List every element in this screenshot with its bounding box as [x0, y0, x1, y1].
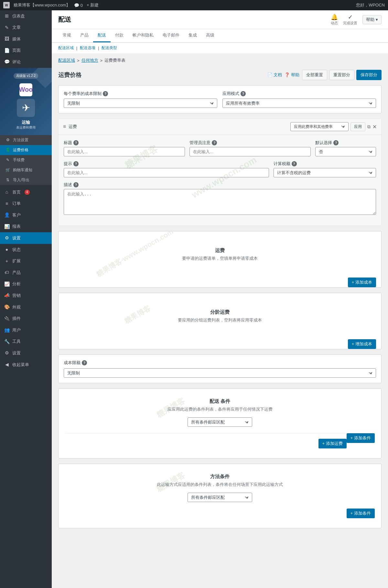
cost-limit-section-select[interactable]: 无限制 设置限额	[64, 368, 376, 378]
method-match-select[interactable]: 所有条件邮应区配 任意条件应用	[188, 493, 252, 502]
default-select-help[interactable]: ?	[333, 140, 339, 145]
desc-label: 描述 ?	[64, 182, 376, 188]
calc-tax-help[interactable]: ?	[292, 161, 297, 166]
sidebar-item-appearance[interactable]: 🎨 外观	[0, 301, 52, 313]
reset-all-button[interactable]: 全部重置	[302, 70, 327, 80]
doc-link[interactable]: 📄 文档	[267, 72, 282, 78]
sidebar-item-customers[interactable]: 👤 客户	[0, 209, 52, 221]
conditions-match-wrap: 所有条件邮应区配 任意条件应用	[188, 417, 252, 427]
sub-breadcrumb-anyplace[interactable]: 任何地方	[81, 58, 98, 63]
sidebar-item-plugins[interactable]: 🔌 插件	[0, 313, 52, 325]
tips-input[interactable]	[64, 168, 269, 177]
tab-integration[interactable]: 集成	[184, 29, 201, 42]
breadcrumb-sep2: |	[98, 46, 99, 50]
comments-link[interactable]: 💬 0	[74, 3, 83, 8]
woo-sub-item-cart-notify[interactable]: 🛒 购物车通知	[0, 165, 52, 175]
sidebar-item-pages[interactable]: 📄 页面	[0, 45, 52, 57]
sidebar-item-woo-settings[interactable]: ⚙ 设置	[0, 232, 52, 244]
sub-breadcrumb-zone[interactable]: 配送区域	[58, 58, 75, 63]
sidebar-item-orders[interactable]: ≡ 订单	[0, 198, 52, 210]
breadcrumb-shipping-options[interactable]: 配送选项	[80, 45, 95, 51]
tab-advanced[interactable]: 高级	[201, 29, 219, 42]
cost-limit-section: 成本限额 ? 无限制 设置限额	[58, 354, 382, 383]
tab-payment[interactable]: 付款	[111, 29, 128, 42]
breadcrumb-shipping-types[interactable]: 配送类型	[102, 45, 117, 51]
comment-icon: 💬	[74, 3, 79, 8]
apply-rate-select[interactable]: 应用此费率和其他费率 仅应用此费率 跳过其他费率	[290, 122, 349, 131]
add-cost-button[interactable]: + 添加成本	[348, 278, 376, 287]
apply-mode-select[interactable]: 应用所有有效费率 应用最低成本费率 应用最高成本费率	[222, 99, 376, 108]
plugin-sub: 表运费和费用	[4, 125, 48, 130]
plugins-icon: 🔌	[4, 316, 10, 322]
wp-logo-link[interactable]: W	[3, 2, 10, 8]
woo-sub-item-freight-price[interactable]: 💲 运费价格	[0, 145, 52, 155]
default-select[interactable]: 否 是	[315, 147, 376, 156]
cost-limit-section-help[interactable]: ?	[82, 360, 87, 365]
sidebar-item-extensions[interactable]: + 扩展	[0, 256, 52, 267]
freight-price-title: 运费价格	[58, 71, 81, 79]
add-condition-button[interactable]: + 添加条件	[347, 433, 375, 443]
admin-note-help[interactable]: ?	[212, 140, 217, 145]
tab-email[interactable]: 电子邮件	[158, 29, 184, 42]
sidebar-item-posts[interactable]: ✎ 文章	[0, 22, 52, 34]
drag-handle-icon[interactable]: ≡	[63, 124, 66, 130]
calc-tax-label: 计算税额 ?	[274, 161, 376, 167]
copy-icon[interactable]: ⧉	[367, 124, 371, 130]
help-link[interactable]: ❓ 帮助	[285, 72, 299, 78]
breadcrumb-shipping-zone[interactable]: 配送区域	[58, 45, 74, 51]
tips-group: 提示 ?	[64, 161, 269, 177]
admin-note-input[interactable]	[189, 147, 311, 156]
main-content: 配送 🔔 动态 ✓ 完成设置 帮助 ▾ 常规 产品 配送 付款 帐户和隐私 电子…	[52, 10, 388, 588]
sidebar-item-collapse[interactable]: ◀ 收起菜单	[0, 359, 52, 371]
sidebar-item-tools[interactable]: 🔧 工具	[0, 336, 52, 348]
add-tiered-cost-button[interactable]: + 增加成本	[348, 339, 376, 349]
sidebar-item-marketing[interactable]: 📣 营销	[0, 290, 52, 301]
sidebar-item-analytics[interactable]: 📈 分析	[0, 278, 52, 290]
sidebar-item-users[interactable]: 👥 用户	[0, 324, 52, 336]
add-method-condition-button[interactable]: + 添加条件	[347, 509, 375, 518]
apply-button[interactable]: 应用	[350, 122, 365, 131]
freight-empty-sub: 要申请的运费请单，空填单将申请零成本	[65, 256, 375, 261]
title-input[interactable]	[64, 147, 185, 156]
woo-sub-item-manual-fee[interactable]: ✎ 手续费	[0, 155, 52, 165]
save-part-button[interactable]: 保存部分	[356, 70, 382, 80]
cost-limit-select[interactable]: 无限制 最低成本 最高成本	[64, 99, 217, 108]
sidebar-item-settings[interactable]: ⚙ 设置	[0, 347, 52, 359]
conditions-match-select[interactable]: 所有条件邮应区配 任意条件应用	[188, 417, 252, 427]
dynamics-link[interactable]: 🔔 动态	[331, 14, 338, 26]
title-help[interactable]: ?	[73, 140, 79, 145]
close-icon[interactable]: ✕	[372, 124, 377, 130]
tiered-empty-sub: 要应用的分组运费列表，空列表将应用零成本	[65, 317, 375, 323]
help-button[interactable]: 帮助 ▾	[362, 15, 382, 24]
add-freight-button[interactable]: + 添加运费	[318, 439, 347, 448]
tab-general[interactable]: 常规	[58, 29, 76, 42]
freight-section: 糖果博客·www.wpocn.com 运费 要申请的运费请单，空填单将申请零成本…	[58, 231, 382, 288]
sidebar-item-comments[interactable]: 💬 评论	[0, 56, 52, 68]
reset-part-button[interactable]: 重置部分	[329, 70, 354, 80]
sidebar-item-woo-home[interactable]: ⌂ 首页 4	[0, 186, 52, 198]
apply-mode-help[interactable]: ?	[241, 91, 246, 96]
sidebar-item-reports[interactable]: 📊 报表	[0, 221, 52, 233]
home-badge: 4	[25, 190, 30, 195]
tiered-empty-title: 分阶运费	[65, 309, 375, 315]
woo-sub-item-import-export[interactable]: ⇅ 导入/导出	[0, 175, 52, 185]
calc-tax-select[interactable]: 计算不含税的运费 计算含税的运费 不计算税额	[274, 168, 376, 177]
sidebar-item-dashboard[interactable]: ⊞ 仪表盘	[0, 10, 52, 22]
woo-sub-item-method-settings[interactable]: ⚙ 方法设置	[0, 135, 52, 145]
site-name[interactable]: 糖果博客【www.wpocn.com】	[14, 2, 70, 8]
cost-limit-help[interactable]: ?	[103, 91, 108, 96]
tab-account[interactable]: 帐户和隐私	[128, 29, 158, 42]
settings-wp-icon: ⚙	[4, 350, 10, 356]
sidebar-item-products[interactable]: 🏷 产品	[0, 267, 52, 278]
desc-textarea[interactable]	[64, 189, 376, 215]
new-item-link[interactable]: + 新建	[87, 2, 99, 8]
sidebar-item-status[interactable]: ● 状态	[0, 244, 52, 256]
tips-help[interactable]: ?	[73, 161, 79, 166]
tab-shipping[interactable]: 配送	[93, 29, 111, 42]
sidebar: ⊞ 仪表盘 ✎ 文章 🖼 媒体 📄 页面 💬 评论 高级版 v1.2.2 Woo…	[0, 10, 52, 588]
finish-setup-link[interactable]: ✓ 完成设置	[343, 14, 357, 26]
sidebar-item-media[interactable]: 🖼 媒体	[0, 33, 52, 45]
freight-empty-title: 运费	[65, 247, 375, 254]
tab-products[interactable]: 产品	[76, 29, 93, 42]
desc-help[interactable]: ?	[73, 182, 79, 187]
